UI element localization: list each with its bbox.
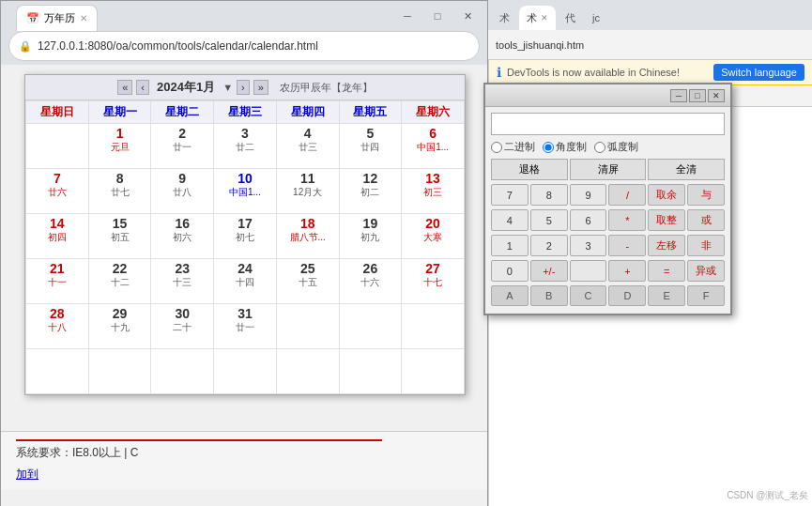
calendar-cell[interactable]: 16初六: [151, 214, 214, 259]
calendar-cell[interactable]: 21十一: [26, 259, 89, 304]
btn-5[interactable]: 5: [530, 209, 568, 231]
calendar-cell[interactable]: 4廿三: [276, 124, 339, 169]
next-month-button[interactable]: ›: [237, 80, 250, 95]
calendar-cell[interactable]: 2廿一: [151, 124, 214, 169]
calendar-cell[interactable]: [402, 304, 465, 349]
btn-decimal[interactable]: [570, 260, 607, 282]
calendar-cell[interactable]: 17初七: [214, 214, 277, 259]
btn-3[interactable]: 3: [570, 235, 607, 256]
calendar-cell[interactable]: [26, 349, 89, 394]
btn-or[interactable]: 或: [687, 209, 725, 231]
calendar-cell[interactable]: [214, 349, 277, 394]
calendar-cell[interactable]: [276, 304, 339, 349]
btn-2[interactable]: 2: [530, 235, 568, 256]
calc-minimize-button[interactable]: ─: [670, 89, 687, 102]
rt-tab-3[interactable]: 代: [558, 6, 583, 30]
calendar-cell[interactable]: 31廿一: [214, 304, 277, 349]
calendar-cell[interactable]: 19初九: [339, 214, 402, 259]
rt-tab-4[interactable]: jc: [585, 6, 607, 30]
calendar-cell[interactable]: [26, 124, 89, 169]
calendar-cell[interactable]: 3廿二: [214, 124, 277, 169]
btn-F[interactable]: F: [687, 285, 725, 306]
btn-multiply[interactable]: *: [608, 209, 646, 231]
prev-prev-month-button[interactable]: «: [117, 80, 132, 95]
calendar-cell[interactable]: 1112月大: [276, 169, 339, 214]
binary-radio[interactable]: [491, 142, 502, 153]
tab-close-icon[interactable]: ✕: [80, 13, 87, 23]
address-bar[interactable]: 🔒 127.0.0.1:8080/oa/common/tools/calenda…: [8, 31, 480, 61]
btn-xor[interactable]: 异或: [687, 260, 725, 282]
btn-subtract[interactable]: -: [608, 235, 646, 256]
calendar-cell[interactable]: 26十六: [339, 259, 402, 304]
clear-all-button[interactable]: 全清: [648, 159, 725, 180]
calendar-cell[interactable]: [151, 349, 214, 394]
calendar-cell[interactable]: 9廿八: [151, 169, 214, 214]
calendar-cell[interactable]: 12初二: [339, 169, 402, 214]
calendar-cell[interactable]: 15初五: [88, 214, 151, 259]
calendar-cell[interactable]: 14初四: [26, 214, 89, 259]
rt-tab-1[interactable]: 术: [492, 6, 517, 30]
close-button[interactable]: ✕: [455, 8, 480, 24]
minimize-button[interactable]: ─: [395, 8, 420, 24]
calendar-cell[interactable]: 7廿六: [26, 169, 89, 214]
calendar-cell[interactable]: 5廿四: [339, 124, 402, 169]
calendar-cell[interactable]: 27十七: [402, 259, 465, 304]
btn-A[interactable]: A: [491, 285, 529, 306]
btn-add[interactable]: +: [608, 260, 646, 282]
calendar-cell[interactable]: [402, 349, 465, 394]
calendar-cell[interactable]: 22十二: [88, 259, 151, 304]
btn-B[interactable]: B: [530, 285, 568, 306]
btn-and[interactable]: 与: [687, 184, 725, 206]
rt-tab-active[interactable]: 术 ✕: [519, 6, 556, 30]
radians-mode-option[interactable]: 弧度制: [594, 140, 638, 154]
btn-equals[interactable]: =: [648, 260, 685, 282]
calendar-cell[interactable]: 18腊八节...: [276, 214, 339, 259]
btn-C[interactable]: C: [570, 285, 607, 306]
btn-not[interactable]: 非: [687, 235, 725, 256]
btn-negate[interactable]: +/-: [530, 260, 568, 282]
calendar-cell[interactable]: [339, 349, 402, 394]
radians-radio[interactable]: [594, 142, 605, 153]
maximize-button[interactable]: □: [425, 8, 450, 24]
backspace-button[interactable]: 退格: [491, 159, 568, 180]
calendar-cell[interactable]: 30二十: [151, 304, 214, 349]
calendar-cell[interactable]: 13初三: [402, 169, 465, 214]
browser-tab[interactable]: 📅 万年历 ✕: [16, 5, 98, 31]
btn-9[interactable]: 9: [570, 184, 607, 206]
dropdown-icon[interactable]: ▼: [222, 82, 233, 93]
calendar-cell[interactable]: 25十五: [276, 259, 339, 304]
btn-floor[interactable]: 取整: [648, 209, 685, 231]
calendar-cell[interactable]: 29十九: [88, 304, 151, 349]
btn-E[interactable]: E: [648, 285, 685, 306]
calendar-cell[interactable]: 20大寒: [402, 214, 465, 259]
calendar-cell[interactable]: 10中国1...: [214, 169, 277, 214]
btn-shift-left[interactable]: 左移: [648, 235, 685, 256]
next-next-month-button[interactable]: »: [253, 80, 268, 95]
btn-modulo[interactable]: 取余: [648, 184, 685, 206]
btn-divide[interactable]: /: [608, 184, 646, 206]
prev-month-button[interactable]: ‹: [136, 80, 149, 95]
btn-7[interactable]: 7: [491, 184, 529, 206]
calendar-cell[interactable]: 23十三: [151, 259, 214, 304]
btn-0[interactable]: 0: [491, 260, 529, 282]
calendar-cell[interactable]: [276, 349, 339, 394]
degrees-mode-option[interactable]: 角度制: [543, 140, 587, 154]
binary-mode-option[interactable]: 二进制: [491, 140, 535, 154]
btn-4[interactable]: 4: [491, 209, 529, 231]
add-link[interactable]: 加到: [16, 467, 474, 483]
btn-1[interactable]: 1: [491, 235, 529, 256]
calendar-cell[interactable]: 8廿七: [88, 169, 151, 214]
btn-8[interactable]: 8: [530, 184, 568, 206]
calendar-cell[interactable]: 24十四: [214, 259, 277, 304]
calc-maximize-button[interactable]: □: [689, 89, 706, 102]
calendar-cell[interactable]: 1元旦: [88, 124, 151, 169]
btn-6[interactable]: 6: [570, 209, 607, 231]
btn-D[interactable]: D: [608, 285, 646, 306]
switch-language-button[interactable]: Switch language: [713, 64, 804, 81]
calendar-cell[interactable]: 28十八: [26, 304, 89, 349]
calendar-cell[interactable]: 6中国1...: [402, 124, 465, 169]
clear-screen-button[interactable]: 清屏: [570, 159, 647, 180]
calc-close-button[interactable]: ✕: [708, 89, 725, 102]
calendar-cell[interactable]: [339, 304, 402, 349]
rt-tab-close-icon[interactable]: ✕: [541, 13, 548, 23]
